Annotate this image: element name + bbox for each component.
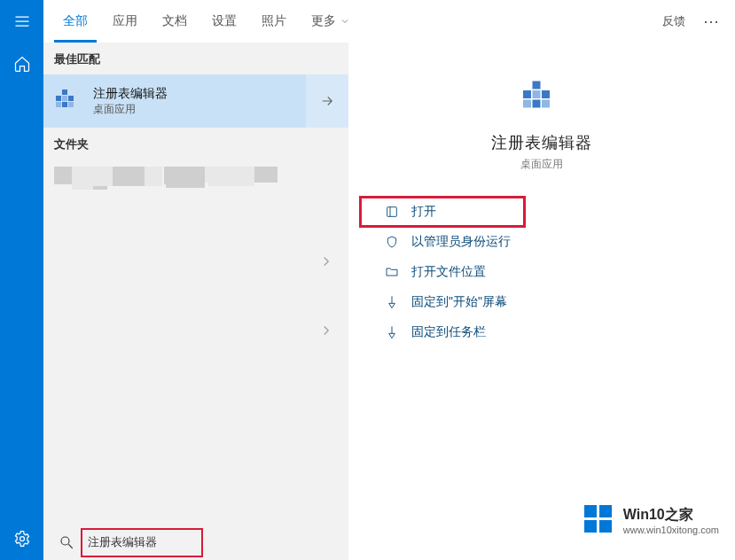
action-open-location[interactable]: 打开文件位置 <box>360 257 723 287</box>
search-input[interactable]: 注册表编辑器 <box>81 528 203 557</box>
svg-rect-7 <box>62 89 67 95</box>
tab-apps[interactable]: 应用 <box>104 0 146 43</box>
action-pin-start[interactable]: 固定到"开始"屏幕 <box>360 287 723 317</box>
svg-rect-3 <box>68 96 74 101</box>
tab-more[interactable]: 更多 <box>302 0 359 43</box>
svg-rect-11 <box>523 100 531 108</box>
svg-rect-14 <box>533 82 541 89</box>
tab-all[interactable]: 全部 <box>54 0 97 43</box>
chevron-right-icon[interactable] <box>318 323 334 338</box>
more-options-icon[interactable]: ⋯ <box>696 12 728 31</box>
results-column: 最佳匹配 <box>43 43 348 560</box>
tab-docs[interactable]: 文档 <box>153 0 196 43</box>
best-match-header: 最佳匹配 <box>43 43 348 74</box>
svg-point-0 <box>20 537 24 541</box>
tab-photos[interactable]: 照片 <box>253 0 295 43</box>
folder-icon <box>385 265 399 279</box>
pin-icon <box>385 325 399 339</box>
folder-header: 文件夹 <box>43 128 348 159</box>
svg-rect-6 <box>68 102 74 107</box>
regedit-large-icon <box>520 77 563 120</box>
action-pin-taskbar[interactable]: 固定到任务栏 <box>360 317 723 347</box>
detail-title: 注册表编辑器 <box>491 132 592 153</box>
best-match-title: 注册表编辑器 <box>93 86 306 102</box>
svg-point-16 <box>61 537 69 545</box>
action-run-admin[interactable]: 以管理员身份运行 <box>360 227 723 257</box>
shield-icon <box>385 235 399 249</box>
hamburger-icon[interactable] <box>0 0 43 43</box>
detail-column: 注册表编辑器 桌面应用 打开 以管理员身份运行 <box>348 43 735 560</box>
svg-rect-15 <box>387 207 397 217</box>
best-match-item[interactable]: 注册表编辑器 桌面应用 <box>43 74 348 128</box>
svg-rect-10 <box>542 90 550 98</box>
tab-bar: 全部 应用 文档 设置 照片 更多 反馈 ⋯ <box>43 0 735 43</box>
open-icon <box>385 205 399 219</box>
svg-rect-9 <box>533 90 541 98</box>
svg-rect-13 <box>542 100 550 108</box>
gear-icon[interactable] <box>0 517 43 560</box>
feedback-link[interactable]: 反馈 <box>655 13 692 29</box>
regedit-icon <box>43 74 93 128</box>
chevron-right-icon[interactable] <box>318 253 334 269</box>
svg-rect-2 <box>62 96 67 101</box>
svg-rect-8 <box>523 90 531 98</box>
svg-rect-12 <box>533 100 541 108</box>
svg-rect-5 <box>62 102 67 107</box>
action-open[interactable]: 打开 <box>360 197 525 227</box>
detail-subtitle: 桌面应用 <box>520 157 563 172</box>
svg-rect-1 <box>56 96 61 101</box>
watermark-title: Win10之家 <box>623 506 719 525</box>
svg-rect-4 <box>56 102 61 107</box>
tab-settings[interactable]: 设置 <box>203 0 246 43</box>
redacted-results <box>43 159 348 560</box>
expand-arrow-icon[interactable] <box>306 74 348 128</box>
home-icon[interactable] <box>0 43 43 85</box>
left-rail <box>0 0 43 560</box>
search-icon[interactable] <box>52 534 81 550</box>
search-bar: 注册表编辑器 <box>43 525 735 560</box>
best-match-subtitle: 桌面应用 <box>93 102 306 117</box>
pin-icon <box>385 295 399 309</box>
